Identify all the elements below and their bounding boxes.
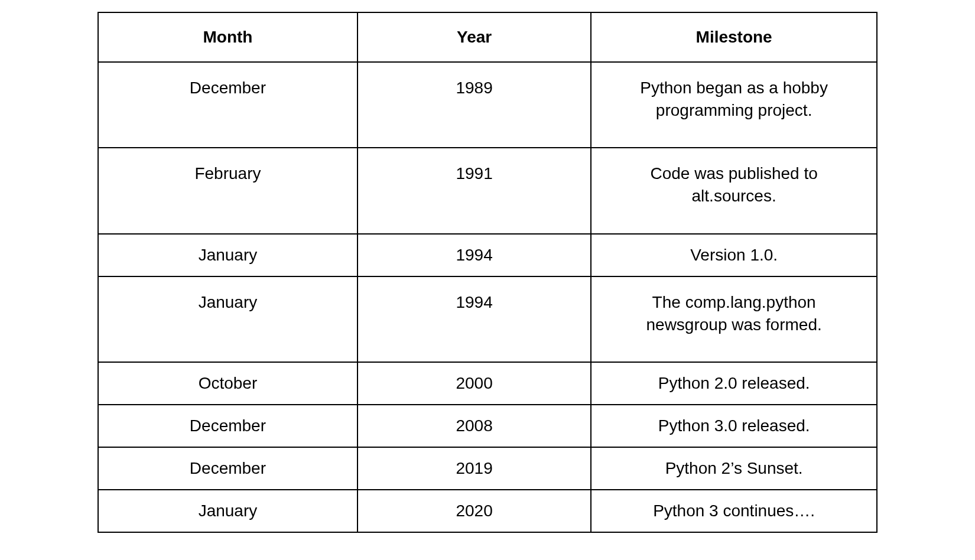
cell-year: 1989: [358, 62, 591, 148]
table-header-row: Month Year Milestone: [98, 12, 877, 62]
table-row: January1994The comp.lang.python newsgrou…: [98, 276, 877, 363]
cell-month: January: [98, 276, 358, 363]
cell-milestone: Code was published to alt.sources.: [591, 148, 877, 234]
cell-milestone: Python began as a hobby programming proj…: [591, 62, 877, 148]
cell-milestone: The comp.lang.python newsgroup was forme…: [591, 276, 877, 363]
table-row: December1989Python began as a hobby prog…: [98, 62, 877, 148]
cell-month: December: [98, 447, 358, 490]
table-row: January1994Version 1.0.: [98, 234, 877, 276]
cell-milestone: Version 1.0.: [591, 234, 877, 276]
cell-year: 2020: [358, 490, 591, 532]
header-year: Year: [358, 12, 591, 62]
cell-milestone: Python 3 continues….: [591, 490, 877, 532]
cell-month: January: [98, 234, 358, 276]
cell-year: 1994: [358, 276, 591, 363]
table-row: January2020Python 3 continues….: [98, 490, 877, 532]
cell-month: January: [98, 490, 358, 532]
cell-milestone: Python 2’s Sunset.: [591, 447, 877, 490]
table-row: December2019Python 2’s Sunset.: [98, 447, 877, 490]
cell-year: 1991: [358, 148, 591, 234]
milestone-table: Month Year Milestone December1989Python …: [98, 12, 878, 533]
cell-month: December: [98, 62, 358, 148]
cell-year: 2008: [358, 405, 591, 447]
cell-milestone: Python 3.0 released.: [591, 405, 877, 447]
cell-milestone: Python 2.0 released.: [591, 362, 877, 405]
table-row: February1991Code was published to alt.so…: [98, 148, 877, 234]
cell-month: October: [98, 362, 358, 405]
cell-year: 1994: [358, 234, 591, 276]
cell-year: 2000: [358, 362, 591, 405]
header-month: Month: [98, 12, 358, 62]
header-milestone: Milestone: [591, 12, 877, 62]
milestone-table-wrapper: Month Year Milestone December1989Python …: [98, 12, 878, 533]
table-row: December2008Python 3.0 released.: [98, 405, 877, 447]
cell-year: 2019: [358, 447, 591, 490]
cell-month: December: [98, 405, 358, 447]
table-row: October2000Python 2.0 released.: [98, 362, 877, 405]
cell-month: February: [98, 148, 358, 234]
